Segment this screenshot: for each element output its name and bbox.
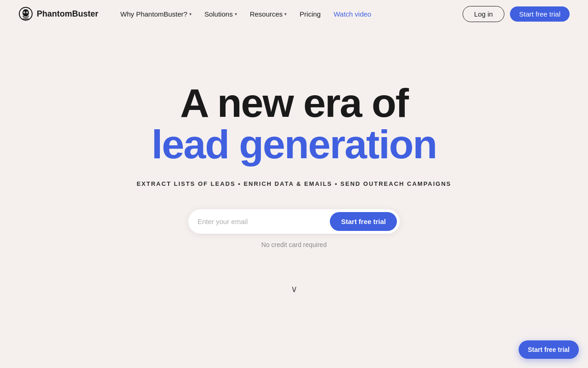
phantombuster-logo-icon <box>18 6 33 21</box>
floating-start-trial-button[interactable]: Start free trial <box>519 340 579 359</box>
hero-title-line1: A new era of <box>180 83 408 123</box>
nav-item-solutions[interactable]: Solutions ▾ <box>199 7 243 21</box>
navbar: PhantomBuster Why PhantomBuster? ▾ Solut… <box>0 0 588 28</box>
chevron-icon-resources: ▾ <box>284 12 287 17</box>
svg-point-5 <box>27 12 28 13</box>
email-input[interactable] <box>198 218 330 225</box>
nav-item-resources[interactable]: Resources ▾ <box>244 7 293 21</box>
nav-label-resources: Resources <box>250 10 283 18</box>
nav-item-watch-video[interactable]: Watch video <box>328 7 377 21</box>
hero-subtitle: EXTRACT LISTS OF LEADS • ENRICH DATA & E… <box>136 180 451 187</box>
brand-name: PhantomBuster <box>37 9 98 19</box>
nav-links: Why PhantomBuster? ▾ Solutions ▾ Resourc… <box>115 7 377 21</box>
nav-label-why: Why PhantomBuster? <box>120 10 187 18</box>
start-trial-nav-button[interactable]: Start free trial <box>510 6 570 22</box>
navbar-left: PhantomBuster Why PhantomBuster? ▾ Solut… <box>18 6 377 21</box>
hero-title-line2: lead generation <box>152 123 436 166</box>
nav-label-solutions: Solutions <box>204 10 233 18</box>
hero-section: A new era of lead generation EXTRACT LIS… <box>0 28 588 340</box>
nav-item-pricing[interactable]: Pricing <box>294 7 326 21</box>
scroll-down-icon[interactable]: ∨ <box>291 283 298 294</box>
svg-point-4 <box>24 12 25 13</box>
nav-label-pricing: Pricing <box>300 10 321 18</box>
chevron-icon-why: ▾ <box>189 12 192 17</box>
chevron-icon-solutions: ▾ <box>235 12 237 17</box>
svg-point-1 <box>23 9 29 17</box>
navbar-right: Log in Start free trial <box>463 6 570 22</box>
nav-item-why-phantombuster[interactable]: Why PhantomBuster? ▾ <box>115 7 197 21</box>
login-button[interactable]: Log in <box>463 6 504 22</box>
start-trial-hero-button[interactable]: Start free trial <box>330 212 397 231</box>
hero-form: Start free trial <box>188 209 400 234</box>
nav-label-watch-video: Watch video <box>334 10 371 18</box>
no-credit-card-note: No credit card required <box>261 241 327 248</box>
logo-link[interactable]: PhantomBuster <box>18 6 98 21</box>
